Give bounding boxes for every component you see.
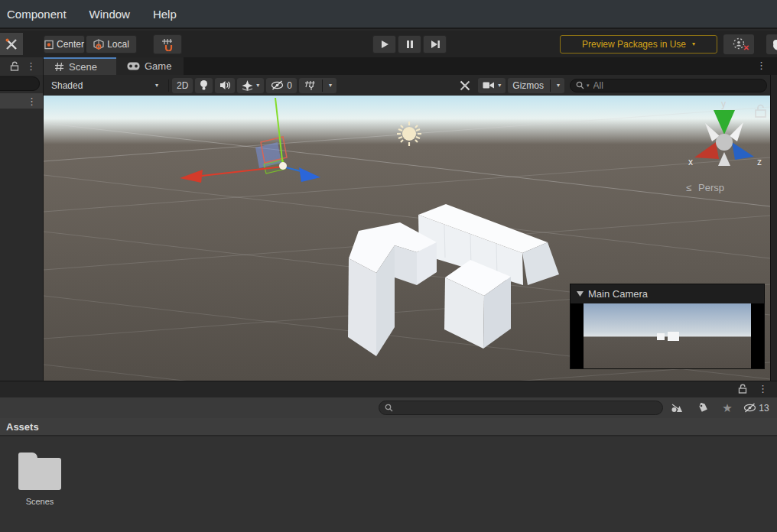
hierarchy-panel-edge: ⋮ ⋮ — [0, 57, 44, 381]
hierarchy-search-input[interactable] — [0, 76, 40, 91]
gizmos-dropdown[interactable]: Gizmos ▾ — [508, 78, 564, 93]
breadcrumb-assets[interactable]: Assets — [6, 421, 39, 433]
pause-button[interactable] — [398, 35, 421, 54]
project-search-field[interactable] — [379, 401, 663, 415]
axis-y-label: y — [721, 99, 726, 109]
search-by-label-button[interactable] — [691, 399, 714, 417]
axis-back-3[interactable] — [718, 152, 730, 166]
inspector-panel-edge — [770, 75, 777, 381]
scene-cube-small[interactable] — [444, 260, 511, 349]
scene-camera-dropdown[interactable]: ▾ — [478, 78, 506, 93]
project-content-area[interactable]: Scenes — [0, 436, 777, 532]
main-toolbar: Center Local — [0, 31, 777, 57]
hidden-packages-count: 13 — [759, 403, 769, 414]
scene-visibility-button[interactable]: 0 — [266, 78, 297, 93]
grid-snap-button[interactable] — [153, 34, 182, 54]
unlock-icon[interactable] — [738, 384, 747, 394]
toggle-2d-button[interactable]: 2D — [172, 78, 193, 93]
play-icon — [380, 40, 389, 49]
move-gizmo[interactable] — [180, 98, 320, 183]
tab-bar-menu-icon[interactable]: ⋮ — [756, 60, 766, 70]
hierarchy-menu-icon[interactable]: ⋮ — [26, 61, 36, 71]
menu-item-component[interactable]: Component — [7, 8, 67, 21]
effects-icon — [242, 80, 253, 91]
chevron-down-icon: ▾ — [329, 83, 332, 89]
menu-item-window[interactable]: Window — [89, 8, 130, 21]
scene-camera-tools-button[interactable] — [454, 78, 476, 93]
view-lock-icon[interactable] — [756, 105, 766, 118]
collab-button[interactable]: ✕ — [723, 34, 754, 54]
collab-error-icon: ✕ — [743, 44, 749, 52]
pause-icon — [405, 40, 415, 49]
search-filter-caret-icon[interactable]: ▾ — [587, 83, 590, 88]
divider — [550, 79, 551, 92]
draw-mode-label: Shaded — [51, 80, 83, 91]
tab-game[interactable]: Game — [116, 57, 184, 75]
project-search-input[interactable] — [397, 402, 657, 414]
divider — [322, 79, 323, 92]
chevron-down-icon: ▾ — [498, 83, 501, 89]
axis-y-cone[interactable] — [714, 110, 735, 135]
camera-preview-title: Main Camera — [588, 288, 648, 300]
axis-z-cone[interactable] — [732, 142, 754, 160]
persp-label[interactable]: Persp — [698, 182, 724, 193]
camera-preview-header[interactable]: Main Camera — [571, 284, 764, 303]
speaker-icon — [219, 80, 230, 90]
camera-preview-panel: Main Camera — [570, 284, 765, 369]
preview-packages-dropdown[interactable]: Preview Packages in Use ▾ — [560, 35, 717, 54]
search-by-type-button[interactable] — [665, 399, 688, 417]
camera-preview-image — [571, 303, 764, 368]
tools-icon — [5, 37, 18, 51]
camera-render — [584, 303, 751, 368]
axis-x-cone[interactable] — [694, 142, 719, 159]
step-icon — [430, 40, 441, 49]
scene-viewport[interactable]: y x z ≤ Persp Main Camera — [44, 96, 770, 381]
gizmos-label: Gizmos — [512, 80, 544, 91]
unlock-icon[interactable] — [10, 61, 19, 71]
scene-lighting-button[interactable] — [195, 78, 213, 93]
type-filter-icon — [671, 403, 683, 413]
scene-search-field[interactable]: ▾ — [570, 79, 767, 92]
pivot-center-button[interactable]: Center — [44, 35, 85, 54]
hidden-packages-button[interactable]: 13 — [739, 399, 774, 417]
gamepad-icon — [127, 62, 140, 70]
eye-hidden-icon — [743, 403, 756, 413]
scene-effects-dropdown[interactable]: ▾ — [237, 78, 264, 93]
persp-icon[interactable]: ≤ — [686, 182, 691, 193]
play-button[interactable] — [372, 35, 396, 54]
gizmo-center-cube[interactable] — [716, 134, 733, 151]
camera-render-cube-2 — [668, 332, 679, 341]
pivot-center-label: Center — [57, 39, 84, 50]
scene-search-input[interactable] — [592, 79, 761, 92]
rotation-local-button[interactable]: Local — [86, 35, 137, 54]
scene-row-menu-icon[interactable]: ⋮ — [27, 96, 37, 106]
menu-item-help[interactable]: Help — [153, 8, 177, 21]
scene-audio-button[interactable] — [215, 78, 235, 93]
camera-render-cube-1 — [657, 333, 665, 340]
wrench-icon — [459, 79, 471, 92]
chevron-down-icon: ▾ — [557, 83, 560, 89]
directional-light-gizmo[interactable] — [397, 122, 421, 146]
transform-tools-button[interactable] — [0, 33, 23, 55]
account-button[interactable] — [766, 34, 777, 54]
folder-icon — [18, 458, 61, 490]
search-icon — [576, 81, 584, 89]
eye-hidden-icon — [271, 80, 284, 90]
hierarchy-header: ⋮ — [0, 57, 43, 75]
step-button[interactable] — [423, 35, 447, 54]
draw-mode-dropdown[interactable]: Shaded ▾ — [47, 78, 163, 93]
scene-view-toolbar: Shaded ▾ 2D ▾ — [44, 75, 770, 96]
divider — [168, 79, 169, 92]
grid-snap-icon — [161, 38, 174, 51]
scene-grid-dropdown[interactable]: ▾ — [299, 78, 336, 93]
pivot-icon — [44, 40, 54, 50]
chevron-down-icon: ▾ — [256, 83, 259, 89]
unity-editor-window: Component Window Help Center Lo — [0, 0, 777, 532]
star-icon: ★ — [722, 402, 732, 414]
hierarchy-scene-row[interactable]: ⋮ — [0, 93, 43, 109]
asset-item-scenes[interactable]: Scenes — [12, 452, 67, 506]
tab-scene[interactable]: Scene — [44, 57, 116, 75]
project-menu-icon[interactable]: ⋮ — [758, 384, 768, 394]
favorites-button[interactable]: ★ — [716, 399, 739, 417]
asset-item-label: Scenes — [26, 497, 54, 506]
